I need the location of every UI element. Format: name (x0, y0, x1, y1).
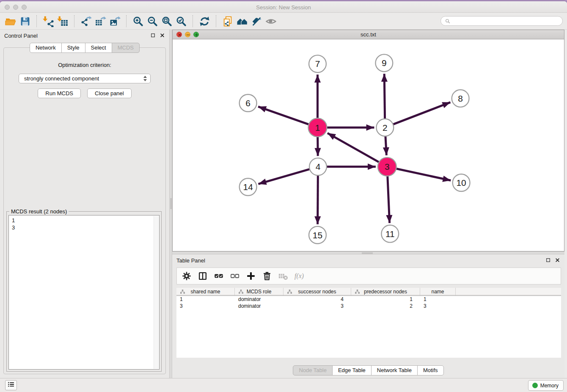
zoom-out-button[interactable] (145, 14, 160, 28)
select-all-rows-button[interactable] (213, 271, 224, 282)
toolbar-separator (216, 15, 216, 27)
graph-node-11[interactable]: 11 (381, 225, 399, 243)
cell-successor-nodes[interactable]: 4 (284, 296, 351, 302)
close-panel-button[interactable]: Close panel (87, 88, 132, 98)
graph-node-14[interactable]: 14 (239, 178, 257, 196)
update-network-view-button[interactable] (197, 14, 212, 28)
graph-node-1[interactable]: 1 (308, 118, 327, 137)
zoom-selected-button[interactable] (174, 14, 188, 28)
cell-mcds-role[interactable]: dominator (235, 296, 284, 302)
network-canvas[interactable]: 7968124314101511 (173, 39, 564, 251)
svg-text:1: 1 (315, 123, 320, 133)
task-history-button[interactable] (5, 380, 17, 390)
column-header-name[interactable]: name (420, 288, 456, 295)
column-header-predecessor-nodes[interactable]: predecessor nodes (351, 288, 420, 295)
network-window-titlebar[interactable]: scc.txt (173, 30, 564, 39)
dropdown-arrows-icon (143, 76, 147, 81)
run-mcds-button[interactable]: Run MCDS (38, 88, 81, 98)
splitter-grip[interactable] (170, 198, 172, 209)
clone-network-button[interactable] (220, 14, 235, 28)
node-table: shared nameMCDS rolesuccessor nodesprede… (176, 288, 561, 358)
svg-text:8: 8 (458, 94, 463, 103)
deselect-all-rows-button[interactable] (229, 271, 240, 282)
tab-edge-table[interactable]: Edge Table (332, 365, 372, 375)
column-header-shared-name[interactable]: shared name (176, 288, 235, 295)
graph-node-3[interactable]: 3 (378, 157, 396, 176)
float-panel-icon[interactable] (546, 258, 550, 262)
close-panel-icon[interactable] (160, 33, 165, 38)
tab-style[interactable]: Style (61, 43, 85, 53)
vertical-splitter[interactable] (169, 30, 172, 378)
tab-select[interactable]: Select (85, 43, 112, 53)
delete-column-button[interactable] (261, 271, 272, 282)
function-builder-button: f(x) (293, 271, 305, 282)
mcds-buttons-row: Run MCDS Close panel (4, 88, 165, 98)
cell-name[interactable]: 3 (420, 303, 456, 309)
network-zoom-button[interactable] (193, 32, 199, 37)
search-field[interactable] (440, 16, 563, 26)
tab-mcds[interactable]: MCDS (112, 43, 140, 53)
tab-network[interactable]: Network (30, 43, 62, 53)
search-input[interactable] (453, 18, 559, 24)
cell-successor-nodes[interactable]: 3 (284, 303, 351, 309)
import-network-button[interactable] (41, 14, 55, 28)
attribute-icon (287, 289, 292, 295)
horizontal-splitter[interactable] (172, 251, 564, 254)
splitter-grip[interactable] (362, 252, 373, 254)
table-row[interactable]: 3dominator323 (176, 303, 561, 309)
graph-edge-2-8[interactable] (385, 102, 451, 128)
table-settings-button[interactable] (181, 271, 192, 282)
tab-network-table[interactable]: Network Table (371, 365, 418, 375)
graph-node-10[interactable]: 10 (453, 174, 470, 191)
first-neighbors-button[interactable] (235, 14, 249, 28)
graph-edge-3-1[interactable] (328, 133, 387, 166)
network-window-controls (176, 32, 199, 37)
graph-node-2[interactable]: 2 (376, 119, 394, 136)
svg-text:f(x): f(x) (295, 272, 304, 280)
open-session-button[interactable] (3, 14, 18, 28)
cell-shared-name[interactable]: 3 (176, 303, 235, 309)
cell-predecessor-nodes[interactable]: 2 (351, 303, 420, 309)
network-graph[interactable]: 7968124314101511 (173, 39, 564, 251)
zoom-in-button[interactable] (131, 14, 145, 28)
screen: Session: New Session Control Panel Netwo… (0, 0, 567, 392)
zoom-fit-button[interactable] (160, 14, 174, 28)
hide-visual-style-button[interactable] (249, 14, 264, 28)
criterion-dropdown[interactable]: strongly connected component (19, 74, 151, 83)
memory-button[interactable]: Memory (528, 380, 564, 391)
export-table-button[interactable] (93, 14, 107, 28)
graph-node-9[interactable]: 9 (375, 54, 393, 72)
graph-node-6[interactable]: 6 (239, 94, 257, 112)
mcds-tab-content: Optimization criterion: strongly connect… (3, 47, 166, 374)
export-image-button[interactable] (107, 14, 122, 28)
cell-name[interactable]: 1 (420, 296, 456, 302)
create-column-button[interactable] (245, 271, 256, 282)
close-panel-icon[interactable] (555, 258, 560, 262)
float-panel-icon[interactable] (151, 33, 155, 38)
cell-shared-name[interactable]: 1 (176, 296, 235, 302)
network-minimize-button[interactable] (185, 32, 190, 37)
column-header-successor-nodes[interactable]: successor nodes (284, 288, 351, 295)
graph-edge-4-14[interactable] (259, 167, 318, 184)
save-session-button[interactable] (18, 14, 32, 28)
cell-predecessor-nodes[interactable]: 1 (351, 296, 420, 302)
graph-node-8[interactable]: 8 (452, 90, 469, 107)
tab-node-table[interactable]: Node Table (293, 365, 333, 375)
svg-text:11: 11 (385, 229, 395, 239)
list-icon (7, 380, 15, 390)
graph-node-15[interactable]: 15 (309, 226, 326, 244)
table-row[interactable]: 1dominator411 (176, 296, 561, 303)
mcds-result-text[interactable]: 1 3 (8, 215, 160, 370)
result-scrollbar[interactable] (154, 216, 159, 369)
network-close-button[interactable] (176, 32, 182, 37)
split-table-view-button[interactable] (197, 271, 208, 282)
cell-mcds-role[interactable]: dominator (235, 303, 284, 309)
export-network-button[interactable] (79, 14, 93, 28)
svg-text:9: 9 (382, 58, 387, 68)
import-table-button[interactable] (55, 14, 70, 28)
graph-node-7[interactable]: 7 (309, 55, 326, 72)
tab-motifs[interactable]: Motifs (417, 365, 444, 375)
show-graphics-details-button[interactable] (264, 14, 278, 28)
graph-node-4[interactable]: 4 (309, 158, 327, 175)
column-header-mcds-role[interactable]: MCDS role (235, 288, 284, 295)
